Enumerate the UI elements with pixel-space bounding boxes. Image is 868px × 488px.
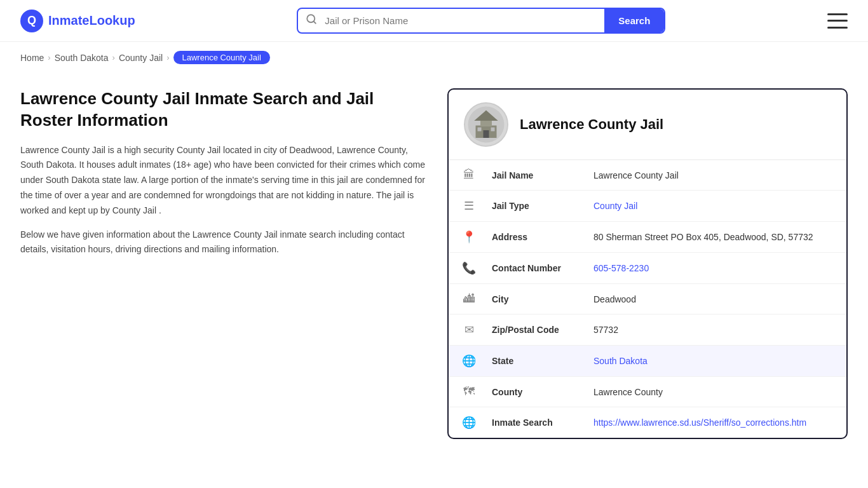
row-icon: 🏛 xyxy=(449,160,479,191)
row-value[interactable]: County Jail xyxy=(581,191,846,222)
row-icon: 📞 xyxy=(449,253,479,284)
row-icon: ✉ xyxy=(449,315,479,346)
svg-rect-4 xyxy=(480,120,492,127)
breadcrumb-type[interactable]: County Jail xyxy=(119,53,163,63)
svg-line-1 xyxy=(314,21,316,23)
left-column: Lawrence County Jail Inmate Search and J… xyxy=(20,88,427,266)
jail-avatar xyxy=(464,102,508,147)
row-label: Jail Name xyxy=(479,160,581,191)
table-row: 🗺CountyLawrence County xyxy=(449,377,846,407)
search-input[interactable] xyxy=(325,9,604,32)
search-bar: Search xyxy=(297,8,665,34)
row-value: 57732 xyxy=(581,315,846,346)
row-label: Zip/Postal Code xyxy=(479,315,581,346)
breadcrumb-current: Lawrence County Jail xyxy=(173,51,270,64)
row-label: Jail Type xyxy=(479,191,581,222)
jail-card-header: Lawrence County Jail xyxy=(449,90,846,160)
logo-link[interactable]: Q InmateLookup xyxy=(20,10,135,32)
svg-rect-6 xyxy=(484,130,489,138)
row-icon: 🌐 xyxy=(449,407,479,438)
row-icon: 🏙 xyxy=(449,284,479,315)
hamburger-menu[interactable] xyxy=(827,13,848,29)
logo-text: InmateLookup xyxy=(48,13,135,28)
table-row: 🏛Jail NameLawrence County Jail xyxy=(449,160,846,191)
row-icon: 📍 xyxy=(449,222,479,253)
table-row: ✉Zip/Postal Code57732 xyxy=(449,315,846,346)
breadcrumb-state[interactable]: South Dakota xyxy=(55,53,109,63)
row-label: Address xyxy=(479,222,581,253)
table-row: 📞Contact Number605-578-2230 xyxy=(449,253,846,284)
row-value: Lawrence County Jail xyxy=(581,160,846,191)
row-label: City xyxy=(479,284,581,315)
page-heading: Lawrence County Jail Inmate Search and J… xyxy=(20,88,427,132)
breadcrumb-sep-2: › xyxy=(112,53,115,62)
row-link[interactable]: South Dakota xyxy=(593,356,648,366)
table-row: 🌐StateSouth Dakota xyxy=(449,346,846,377)
jail-info-table: 🏛Jail NameLawrence County Jail☰Jail Type… xyxy=(449,160,846,438)
breadcrumb-sep-1: › xyxy=(48,53,50,62)
page-desc-1: Lawrence County Jail is a high security … xyxy=(20,143,427,219)
breadcrumb-home[interactable]: Home xyxy=(20,53,44,63)
page-desc-2: Below we have given information about th… xyxy=(20,227,427,258)
row-link[interactable]: https://www.lawrence.sd.us/Sheriff/so_co… xyxy=(593,417,806,428)
jail-card: Lawrence County Jail 🏛Jail NameLawrence … xyxy=(447,88,848,439)
logo-icon: Q xyxy=(20,10,43,32)
table-row: ☰Jail TypeCounty Jail xyxy=(449,191,846,222)
row-value: Lawrence County xyxy=(581,377,846,407)
breadcrumb-sep-3: › xyxy=(166,53,169,62)
table-row: 🏙CityDeadwood xyxy=(449,284,846,315)
table-row: 📍Address80 Sherman Street PO Box 405, De… xyxy=(449,222,846,253)
row-label: Contact Number xyxy=(479,253,581,284)
row-icon: ☰ xyxy=(449,191,479,222)
search-icon xyxy=(298,13,325,28)
row-label: Inmate Search xyxy=(479,407,581,438)
main-content: Lawrence County Jail Inmate Search and J… xyxy=(0,73,868,464)
table-row: 🌐Inmate Searchhttps://www.lawrence.sd.us… xyxy=(449,407,846,438)
svg-rect-7 xyxy=(478,128,482,132)
row-value[interactable]: South Dakota xyxy=(581,346,846,377)
row-value: 80 Sherman Street PO Box 405, Deadwood, … xyxy=(581,222,846,253)
row-label: State xyxy=(479,346,581,377)
row-icon: 🌐 xyxy=(449,346,479,377)
row-value[interactable]: https://www.lawrence.sd.us/Sheriff/so_co… xyxy=(581,407,846,438)
row-value: Deadwood xyxy=(581,284,846,315)
jail-card-title: Lawrence County Jail xyxy=(520,116,663,133)
row-value[interactable]: 605-578-2230 xyxy=(581,253,846,284)
row-icon: 🗺 xyxy=(449,377,479,407)
right-column: Lawrence County Jail 🏛Jail NameLawrence … xyxy=(447,88,848,439)
row-link[interactable]: County Jail xyxy=(593,201,637,211)
svg-rect-8 xyxy=(491,128,495,132)
row-label: County xyxy=(479,377,581,407)
site-header: Q InmateLookup Search xyxy=(0,0,868,42)
search-button[interactable]: Search xyxy=(604,9,664,32)
row-link[interactable]: 605-578-2230 xyxy=(593,263,649,273)
breadcrumb: Home › South Dakota › County Jail › Lawr… xyxy=(0,42,868,73)
